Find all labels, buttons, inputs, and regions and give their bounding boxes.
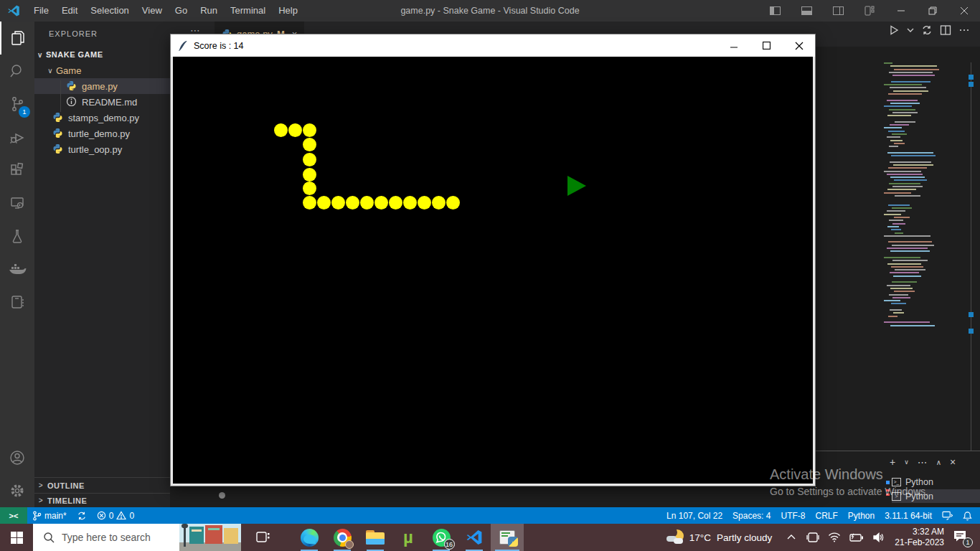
file-label: README.md: [82, 97, 137, 108]
action-center-icon[interactable]: 1: [953, 529, 971, 545]
cast-device-icon[interactable]: [806, 532, 819, 543]
menu-file[interactable]: File: [27, 0, 55, 22]
chevron-down-icon: ∨: [44, 67, 56, 75]
branch-icon: [32, 511, 42, 521]
remote-indicator-button[interactable]: ><: [0, 507, 27, 524]
file-row-readme[interactable]: README.md: [34, 94, 170, 110]
split-editor-icon[interactable]: [940, 24, 951, 36]
search-promo-image[interactable]: [179, 524, 241, 551]
game-window-title: Score is : 14: [194, 41, 243, 51]
menu-view[interactable]: View: [136, 0, 169, 22]
file-row-turtledemo[interactable]: turtle_demo.py: [34, 126, 170, 141]
info-icon: [66, 96, 77, 108]
terminal-dropdown-icon[interactable]: ∨: [904, 458, 909, 466]
python-file-icon: [52, 143, 64, 155]
language-mode-item[interactable]: Python: [843, 507, 880, 524]
file-row-gamepy[interactable]: game.py: [34, 78, 170, 94]
chrome-icon[interactable]: [326, 524, 359, 551]
outline-section[interactable]: > OUTLINE: [34, 477, 170, 493]
tk-feather-icon: [178, 40, 188, 52]
remote-explorer-icon[interactable]: [0, 187, 34, 220]
snake-dot: [446, 196, 460, 209]
edge-icon[interactable]: [293, 524, 326, 551]
docker-icon[interactable]: [0, 253, 34, 286]
minimap[interactable]: [884, 62, 970, 331]
menu-go[interactable]: Go: [169, 0, 194, 22]
weather-desc[interactable]: Partly cloudy: [717, 532, 772, 543]
more-actions-icon[interactable]: [958, 24, 970, 36]
python-app-taskbar-icon[interactable]: [491, 524, 524, 551]
notifications-bell-icon[interactable]: [958, 507, 977, 524]
layout-panel-icon[interactable]: [791, 0, 822, 22]
customize-layout-icon[interactable]: [854, 0, 885, 22]
tray-expand-icon[interactable]: [786, 534, 796, 541]
watermark-line1: Activate Windows: [770, 466, 928, 483]
run-python-file-icon[interactable]: [888, 24, 900, 36]
snake-dot: [288, 123, 302, 137]
account-icon[interactable]: [0, 441, 34, 474]
python-interpreter-item[interactable]: 3.11.1 64-bit: [880, 507, 937, 524]
close-button[interactable]: [948, 0, 980, 22]
wifi-icon[interactable]: [828, 532, 841, 542]
timeline-section[interactable]: > TIMELINE: [34, 493, 170, 507]
weather-temp[interactable]: 17°C: [689, 532, 711, 543]
game-window-titlebar[interactable]: Score is : 14: [171, 34, 815, 57]
taskbar-search[interactable]: Type here to search: [33, 524, 241, 551]
minimize-button[interactable]: [885, 0, 917, 22]
menu-run[interactable]: Run: [194, 0, 224, 22]
folder-game-row[interactable]: ∨ Game: [34, 62, 170, 78]
restore-button[interactable]: [917, 0, 948, 22]
menu-terminal[interactable]: Terminal: [224, 0, 272, 22]
run-debug-icon[interactable]: [0, 121, 34, 154]
game-minimize-button[interactable]: [718, 34, 750, 57]
sync-button[interactable]: [72, 507, 92, 524]
encoding-item[interactable]: UTF-8: [776, 507, 810, 524]
editor-scrollbar[interactable]: [971, 62, 971, 451]
overview-ruler-mark: [969, 312, 974, 317]
game-close-button[interactable]: [783, 34, 815, 57]
cursor-position-item[interactable]: Ln 107, Col 22: [661, 507, 727, 524]
vscode-taskbar-icon[interactable]: [458, 524, 491, 551]
menu-help[interactable]: Help: [272, 0, 304, 22]
problems-item[interactable]: 0 0: [92, 507, 139, 524]
start-button[interactable]: [0, 524, 33, 551]
tray-clock[interactable]: 3:32 AM 21-Feb-2023: [895, 527, 944, 548]
task-view-button[interactable]: [247, 524, 280, 551]
menu-selection[interactable]: Selection: [84, 0, 135, 22]
utorrent-icon[interactable]: µ: [392, 524, 425, 551]
source-control-icon[interactable]: 1: [0, 88, 34, 121]
panel-divider[interactable]: [816, 451, 980, 451]
sync-changes-icon[interactable]: [921, 24, 933, 36]
extensions-icon[interactable]: [0, 154, 34, 187]
snake-dot: [418, 196, 431, 209]
run-dropdown-icon[interactable]: [907, 24, 914, 36]
remote-dev-icon[interactable]: [937, 507, 958, 524]
git-branch-item[interactable]: main*: [27, 507, 72, 524]
battery-icon[interactable]: [849, 533, 864, 542]
weather-icon[interactable]: [666, 529, 685, 546]
indentation-item[interactable]: Spaces: 4: [727, 507, 776, 524]
menu-edit[interactable]: Edit: [55, 0, 84, 22]
eol-item[interactable]: CRLF: [810, 507, 842, 524]
layout-sidebar-icon[interactable]: [759, 0, 791, 22]
file-row-turtleoop[interactable]: turtle_oop.py: [34, 141, 170, 157]
whatsapp-icon[interactable]: 16: [425, 524, 458, 551]
error-count: 0: [109, 511, 114, 521]
search-placeholder: Type here to search: [62, 532, 151, 543]
file-row-stamps[interactable]: stamps_demo.py: [34, 110, 170, 126]
search-icon[interactable]: [0, 55, 34, 88]
testing-icon[interactable]: [0, 220, 34, 253]
game-maximize-button[interactable]: [750, 34, 783, 57]
game-window[interactable]: Score is : 14: [170, 34, 816, 486]
speaker-icon[interactable]: [872, 532, 885, 542]
project-root-row[interactable]: ∨ SNAKE GAME: [34, 47, 170, 62]
snake-dot: [303, 123, 316, 137]
python-file-icon: [52, 112, 64, 123]
settings-gear-icon[interactable]: [0, 474, 34, 507]
panel-close-icon[interactable]: ×: [950, 456, 956, 468]
panel-maximize-icon[interactable]: ∧: [936, 458, 941, 466]
layout-secondary-sidebar-icon[interactable]: [822, 0, 854, 22]
notebook-icon[interactable]: [0, 286, 34, 319]
file-explorer-icon[interactable]: [359, 524, 392, 551]
explorer-icon[interactable]: [0, 22, 34, 55]
